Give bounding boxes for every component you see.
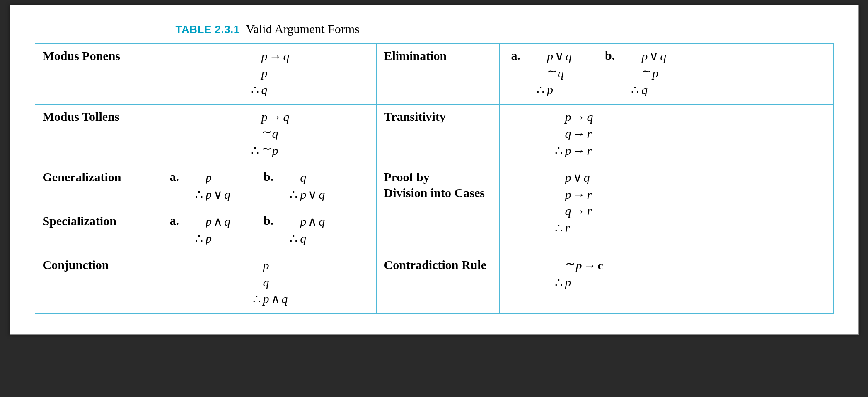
rule-name-modus-ponens: Modus Ponens: [35, 44, 158, 105]
table-row: Generalization a. p ∴p∨q b. q ∴p: [35, 165, 833, 209]
rule-name-division: Proof byDivision into Cases: [376, 165, 499, 253]
rule-name-specialization: Specialization: [35, 209, 158, 253]
sublabel-a: a.: [170, 213, 179, 228]
rule-form-conjunction: p q ∴p∧q: [158, 253, 376, 314]
table-row: Conjunction p q ∴p∧q Contradiction Rule …: [35, 253, 833, 314]
rule-form-specialization: a. p∧q ∴p b. p∧q ∴q: [158, 209, 376, 253]
rule-name-contradiction: Contradiction Rule: [376, 253, 499, 314]
rule-name-elimination: Elimination: [376, 44, 499, 105]
table-caption: TABLE 2.3.1 Valid Argument Forms: [176, 22, 834, 36]
sublabel-a: a.: [170, 169, 179, 184]
rule-form-generalization: a. p ∴p∨q b. q ∴p∨q: [158, 165, 376, 209]
sublabel-b: b.: [264, 213, 273, 228]
rule-form-transitivity: p→q q→r ∴p→r: [499, 104, 833, 165]
rule-form-modus-tollens: p→q ∼q ∴∼p: [158, 104, 376, 165]
sublabel-a: a.: [511, 48, 521, 63]
argument-forms-table: Modus Ponens p→q p ∴q Elimination a. p: [35, 43, 834, 314]
rule-form-division: p∨q p→r q→r ∴r: [499, 165, 833, 253]
rule-form-modus-ponens: p→q p ∴q: [158, 44, 376, 105]
rule-name-generalization: Generalization: [35, 165, 158, 209]
rule-name-transitivity: Transitivity: [376, 104, 499, 165]
rule-name-conjunction: Conjunction: [35, 253, 158, 314]
rule-form-elimination: a. p∨q ∼q ∴p b. p∨q ∼p ∴q: [499, 44, 833, 105]
table-row: Modus Tollens p→q ∼q ∴∼p Transitivity p→…: [35, 104, 833, 165]
sublabel-b: b.: [264, 169, 273, 184]
rule-form-contradiction: ∼p→c ∴p: [499, 253, 833, 314]
table-number: TABLE 2.3.1: [176, 23, 240, 36]
table-row: Modus Ponens p→q p ∴q Elimination a. p: [35, 44, 833, 105]
rule-name-modus-tollens: Modus Tollens: [35, 104, 158, 165]
page: TABLE 2.3.1 Valid Argument Forms Modus P…: [10, 5, 859, 335]
table-title: Valid Argument Forms: [246, 22, 359, 36]
sublabel-b: b.: [605, 48, 615, 63]
